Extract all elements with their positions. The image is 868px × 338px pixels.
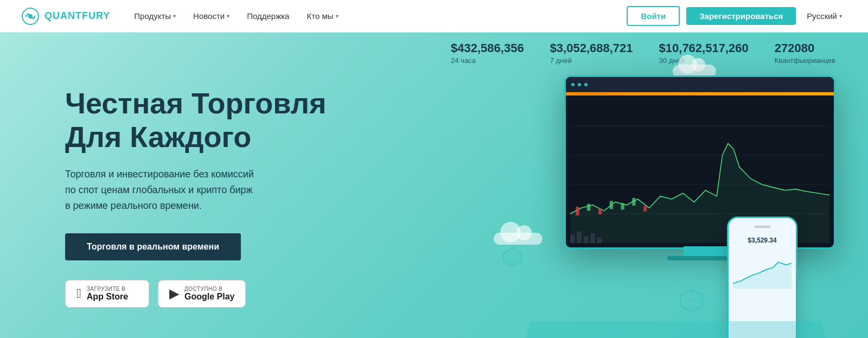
svg-line-23 xyxy=(681,295,692,301)
hero-illustration: $3,529.34 xyxy=(488,43,868,338)
hero-subtitle: Торговля и инвестирование без комиссий п… xyxy=(65,167,326,213)
orange-bar xyxy=(566,92,834,95)
cloud-decoration-3 xyxy=(494,233,542,245)
header: QUANTFURY Продукты ▾ Новости ▾ Поддержка… xyxy=(0,0,868,33)
cube-decoration-1 xyxy=(678,287,705,314)
svg-rect-14 xyxy=(570,234,575,243)
nav-about[interactable]: Кто мы ▾ xyxy=(300,8,344,24)
svg-rect-18 xyxy=(597,237,602,243)
chevron-down-icon: ▾ xyxy=(839,13,842,19)
svg-rect-7 xyxy=(576,207,579,215)
svg-rect-15 xyxy=(577,231,581,243)
apple-icon:  xyxy=(76,286,81,301)
stat-24h-label: 24 часа xyxy=(451,56,476,65)
store-buttons:  Загрузите в App Store ▶ Доступно в Goo… xyxy=(65,280,327,308)
app-store-label: Загрузите в xyxy=(87,286,126,292)
google-play-name: Google Play xyxy=(184,292,234,302)
cube-decoration-2 xyxy=(499,244,526,271)
trade-button[interactable]: Торговля в реальном времени xyxy=(65,233,241,260)
google-play-text: Доступно в Google Play xyxy=(184,286,234,302)
hero-section: $432,586,356 24 часа $3,052,688,721 7 дн… xyxy=(0,33,868,338)
login-button[interactable]: Войти xyxy=(627,6,680,26)
google-play-icon: ▶ xyxy=(169,286,179,301)
svg-rect-10 xyxy=(610,201,613,209)
google-play-label: Доступно в xyxy=(184,286,223,292)
svg-marker-24 xyxy=(503,248,522,266)
phone-chart-svg xyxy=(733,248,792,292)
svg-marker-19 xyxy=(733,262,792,289)
register-button[interactable]: Зарегистрироваться xyxy=(686,7,796,25)
svg-rect-8 xyxy=(587,204,590,211)
hero-title: Честная ТорговляДля Каждого xyxy=(65,86,327,154)
nav-support[interactable]: Поддержка xyxy=(240,8,296,24)
app-store-name: App Store xyxy=(87,292,128,302)
app-store-text: Загрузите в App Store xyxy=(87,286,128,302)
header-left: QUANTFURY Продукты ▾ Новости ▾ Поддержка… xyxy=(22,8,345,25)
toolbar-dot-3 xyxy=(584,83,588,86)
hero-content: Честная ТорговляДля Каждого Торговля и и… xyxy=(0,65,868,338)
logo[interactable]: QUANTFURY xyxy=(22,8,110,25)
hero-text: Честная ТорговляДля Каждого Торговля и и… xyxy=(65,81,327,308)
nav-news[interactable]: Новости ▾ xyxy=(187,8,236,24)
platform-base xyxy=(522,321,828,338)
svg-rect-12 xyxy=(632,198,635,206)
logo-icon xyxy=(22,8,39,25)
phone-chart xyxy=(733,248,792,292)
svg-rect-11 xyxy=(621,203,624,210)
toolbar-dot-2 xyxy=(578,83,581,86)
nav-products[interactable]: Продукты ▾ xyxy=(127,8,182,24)
svg-line-22 xyxy=(692,295,703,301)
chevron-down-icon: ▾ xyxy=(336,13,339,19)
device-wrapper: $3,529.34 xyxy=(488,43,868,338)
chevron-down-icon: ▾ xyxy=(173,13,176,19)
app-store-button[interactable]:  Загрузите в App Store xyxy=(65,280,149,308)
svg-rect-17 xyxy=(590,233,595,243)
svg-rect-16 xyxy=(584,236,588,243)
main-nav: Продукты ▾ Новости ▾ Поддержка Кто мы ▾ xyxy=(127,8,344,24)
monitor-toolbar xyxy=(566,77,834,92)
monitor-stand xyxy=(684,246,727,257)
header-right: Войти Зарегистрироваться Русский ▾ xyxy=(627,6,846,26)
trading-phone: $3,529.34 xyxy=(727,216,797,338)
svg-rect-9 xyxy=(598,208,602,214)
language-selector[interactable]: Русский ▾ xyxy=(802,8,846,24)
svg-point-1 xyxy=(28,14,33,18)
phone-screen: $3,529.34 xyxy=(729,218,796,338)
toolbar-dot-1 xyxy=(571,83,575,86)
phone-value: $3,529.34 xyxy=(733,237,792,244)
chevron-down-icon: ▾ xyxy=(227,13,229,19)
logo-text: QUANTFURY xyxy=(44,10,110,22)
svg-rect-13 xyxy=(643,206,647,212)
google-play-button[interactable]: ▶ Доступно в Google Play xyxy=(158,280,246,308)
